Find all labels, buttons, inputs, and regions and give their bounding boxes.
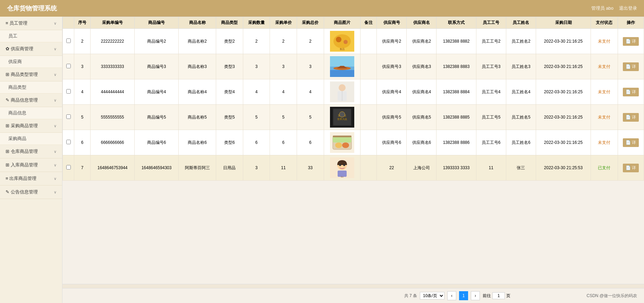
svg-point-19: [339, 112, 345, 117]
sidebar-item-label: ⊞ 仓库商品管理: [6, 148, 38, 155]
row-checkbox[interactable]: [66, 38, 71, 43]
svg-point-24: [342, 142, 349, 148]
sidebar-item-label: ✿ 供应商管理: [6, 46, 33, 52]
row-remark: [361, 155, 377, 181]
row-checkbox[interactable]: [66, 114, 71, 119]
row-qty: 6: [243, 130, 270, 155]
total-count: 共 7 条: [404, 293, 417, 299]
page-jump-input[interactable]: [492, 292, 505, 299]
table-row: 3 3333333333 商品编号3 商品名称3 类型3 3 3 3 供应商号3…: [63, 54, 644, 79]
sidebar-item-supplier-mgmt[interactable]: ✿ 供应商管理 ∨: [0, 42, 62, 56]
row-action-cell: 📄详: [618, 155, 644, 181]
col-qty: 采购数量: [243, 17, 270, 29]
col-date: 采购日期: [536, 17, 591, 29]
row-action-cell: 📄详: [618, 54, 644, 79]
svg-rect-6: [330, 69, 354, 77]
row-status: 未支付: [591, 29, 618, 54]
row-img-cell: [324, 54, 361, 79]
row-order-no: 3333333333: [91, 54, 135, 79]
sidebar-item-outbound-mgmt[interactable]: ≡ 出库商品管理 ∨: [0, 172, 62, 185]
per-page-select[interactable]: 10条/页 20条/页 50条/页: [420, 292, 444, 300]
row-total-price: 5: [297, 105, 324, 130]
row-order-no: 5555555555: [91, 105, 135, 130]
sidebar-item-inbound-mgmt[interactable]: ⊞ 入库商品管理 ∨: [0, 158, 62, 172]
sidebar-item-goods-info[interactable]: 商品信息: [0, 107, 62, 119]
sidebar-item-goods-info-mgmt[interactable]: ✎ 商品信息管理 ∨: [0, 94, 62, 107]
next-page-button[interactable]: ›: [471, 291, 480, 300]
app-layout: ≡ 员工管理 ∨ 员工 ✿ 供应商管理 ∨ 供应商 ⊞ 商品类型管理 ∨ 商品类…: [0, 17, 644, 303]
row-goods-no: 商品编号4: [135, 79, 179, 105]
sidebar-sub-label: 采购商品: [8, 136, 26, 141]
row-qty: 3: [243, 155, 270, 181]
document-icon: 📄: [626, 165, 631, 170]
svg-point-1: [333, 34, 351, 48]
sidebar-item-supplier[interactable]: 供应商: [0, 56, 62, 68]
page-1-button[interactable]: 1: [459, 291, 468, 300]
row-staff-name: 员工姓名5: [506, 105, 536, 130]
row-staff-name: 张三: [506, 155, 536, 181]
sidebar-item-notice-mgmt[interactable]: ✎ 公告信息管理 ∨: [0, 185, 62, 199]
sidebar-item-goods-type[interactable]: 商品类型: [0, 81, 62, 94]
row-idx: 5: [74, 105, 91, 130]
svg-point-3: [344, 40, 348, 44]
sidebar-item-purchase[interactable]: 采购商品: [0, 133, 62, 145]
sidebar-sub-label: 供应商: [8, 59, 22, 64]
row-action-cell: 📄详: [618, 130, 644, 155]
svg-point-29: [343, 164, 345, 166]
prev-page-button[interactable]: ‹: [447, 291, 456, 300]
row-supplier-no: 22: [377, 155, 407, 181]
row-action-cell: 📄详: [618, 79, 644, 105]
row-checkbox[interactable]: [66, 140, 71, 144]
app-header: 仓库货物管理系统 管理员 abo 退出登录: [0, 0, 644, 17]
detail-button[interactable]: 📄详: [623, 62, 639, 71]
row-date: 2022-03-30 21:25:53: [536, 155, 591, 181]
col-checkbox: [63, 17, 74, 29]
page-jump: 前往 页: [483, 292, 510, 299]
detail-button[interactable]: 📄详: [623, 37, 639, 46]
detail-button[interactable]: 📄详: [623, 88, 639, 96]
row-goods-type: 类型3: [216, 54, 243, 79]
row-unit-price: 3: [270, 54, 297, 79]
detail-button[interactable]: 📄详: [623, 113, 639, 122]
detail-button[interactable]: 📄详: [623, 138, 639, 147]
table-row: 4 4444444444 商品编号4 商品名称4 类型4 4 4 4 供应商号4…: [63, 79, 644, 105]
row-idx: 4: [74, 79, 91, 105]
row-qty: 4: [243, 79, 270, 105]
sidebar-item-goods-type-mgmt[interactable]: ⊞ 商品类型管理 ∨: [0, 68, 62, 81]
row-supplier-name: 供应商名3: [407, 54, 437, 79]
row-goods-name: 阿斯蒂芬阿三: [178, 155, 216, 181]
row-goods-no: 商品编号3: [135, 54, 179, 79]
product-image: 第二次 世界大战: [330, 107, 354, 128]
main-content: 序号 采购单编号 商品编号 商品名称 商品类型 采购数量 采购单价 采购总价 商…: [62, 17, 644, 303]
table-header-row: 序号 采购单编号 商品编号 商品名称 商品类型 采购数量 采购单价 采购总价 商…: [63, 17, 644, 29]
col-supplier-no: 供应商号: [377, 17, 407, 29]
sidebar-item-warehouse-mgmt[interactable]: ⊞ 仓库商品管理 ∨: [0, 145, 62, 158]
row-checkbox[interactable]: [66, 89, 71, 94]
product-image: [330, 81, 354, 102]
horizontal-scrollbar[interactable]: [62, 284, 644, 288]
detail-button[interactable]: 📄详: [623, 164, 639, 172]
col-order-no: 采购单编号: [91, 17, 135, 29]
row-supplier-no: 供应商号4: [377, 79, 407, 105]
app-title: 仓库货物管理系统: [7, 4, 57, 12]
row-img-cell: 第二次 世界大战: [324, 105, 361, 130]
chevron-down-icon: ∨: [54, 149, 57, 154]
sidebar-item-staff-mgmt[interactable]: ≡ 员工管理 ∨: [0, 17, 62, 30]
row-goods-no: 商品编号2: [135, 29, 179, 54]
row-date: 2022-03-30 21:16:25: [536, 54, 591, 79]
row-phone: 1382388 8883: [437, 54, 476, 79]
row-goods-type: 类型4: [216, 79, 243, 105]
sidebar-item-purchase-mgmt[interactable]: ⊞ 采购商品管理 ∨: [0, 119, 62, 133]
product-image: 食品: [330, 31, 354, 52]
row-order-no: 6666666666: [91, 130, 135, 155]
row-checkbox[interactable]: [66, 64, 71, 68]
document-icon: 📄: [626, 64, 631, 69]
row-idx: 6: [74, 130, 91, 155]
sidebar-item-label: ⊞ 入库商品管理: [6, 162, 38, 168]
logout-button[interactable]: 退出登录: [619, 5, 637, 11]
row-img-cell: Ea: [324, 155, 361, 181]
row-goods-no: 1648646594303: [135, 155, 179, 181]
row-checkbox[interactable]: [66, 165, 71, 170]
sidebar-item-staff[interactable]: 员工: [0, 30, 62, 42]
col-total-price: 采购总价: [297, 17, 324, 29]
